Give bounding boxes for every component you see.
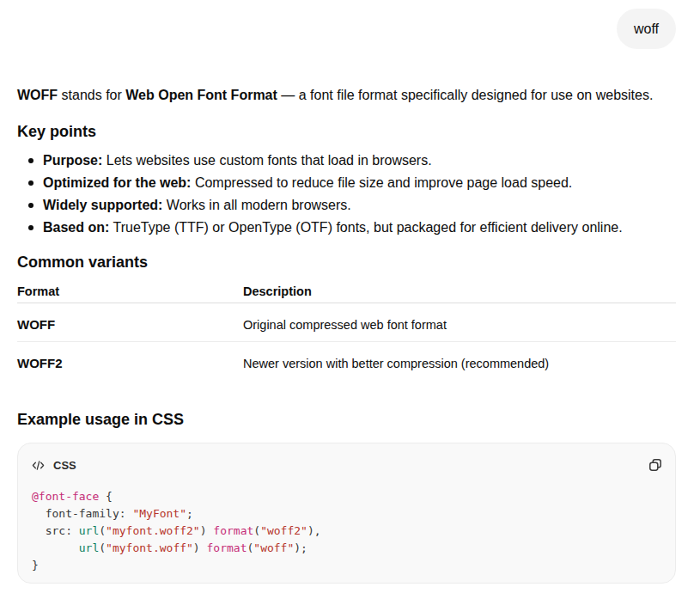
table-header-row: Format Description: [17, 284, 676, 303]
variants-table: Format Description WOFF Original compres…: [17, 284, 676, 380]
key-points-list: Purpose: Lets websites use custom fonts …: [17, 150, 676, 239]
list-item-text: Compressed to reduce file size and impro…: [191, 175, 572, 190]
list-item-label: Purpose:: [43, 153, 102, 168]
table-row: WOFF Original compressed web font format: [17, 303, 676, 342]
code-line: }: [32, 557, 661, 574]
table-row: WOFF2 Newer version with better compress…: [17, 342, 676, 381]
intro-bold-format: Web Open Font Format: [125, 88, 277, 102]
list-item-label: Optimized for the web:: [43, 175, 191, 190]
list-item-text: TrueType (TTF) or OpenType (OTF) fonts, …: [109, 220, 622, 235]
copy-button[interactable]: [648, 457, 663, 473]
column-header-format: Format: [17, 284, 243, 303]
code-block: CSS @font-face { font-family: "MyFont"; …: [17, 443, 676, 584]
code-content: @font-face { font-family: "MyFont"; src:…: [18, 480, 675, 583]
code-block-header: CSS: [18, 443, 675, 480]
list-item-text: Lets websites use custom fonts that load…: [102, 153, 431, 168]
example-heading: Example usage in CSS: [17, 410, 676, 429]
intro-bold-woff: WOFF: [17, 88, 58, 102]
intro-text-1: stands for: [58, 88, 125, 102]
intro-text-2: — a font file format specifically design…: [277, 88, 654, 102]
cell-format: WOFF2: [17, 342, 243, 381]
code-language-label: CSS: [53, 459, 76, 472]
code-icon: [32, 460, 45, 471]
list-item: Widely supported: Works in all modern br…: [17, 194, 676, 217]
cell-description: Original compressed web font format: [243, 303, 676, 342]
code-line: src: url("myfont.woff2") format("woff2")…: [32, 523, 661, 540]
intro-paragraph: WOFF stands for Web Open Font Format — a…: [17, 85, 676, 106]
copy-icon: [648, 457, 663, 473]
chat-page: woff WOFF stands for Web Open Font Forma…: [0, 0, 700, 584]
user-message-text: woff: [634, 21, 659, 36]
column-header-description: Description: [243, 284, 676, 303]
code-line: @font-face {: [32, 488, 661, 505]
list-item: Purpose: Lets websites use custom fonts …: [17, 150, 676, 172]
code-line: url("myfont.woff") format("woff");: [32, 540, 661, 557]
code-line: font-family: "MyFont";: [32, 505, 661, 523]
variants-heading: Common variants: [17, 253, 676, 272]
user-message-row: woff: [17, 9, 676, 49]
key-points-heading: Key points: [17, 122, 676, 141]
list-item: Based on: TrueType (TTF) or OpenType (OT…: [17, 217, 676, 239]
list-item-text: Works in all modern browsers.: [162, 198, 350, 212]
list-item-label: Based on:: [43, 220, 109, 235]
list-item-label: Widely supported:: [43, 198, 162, 212]
cell-description: Newer version with better compression (r…: [243, 342, 676, 381]
list-item: Optimized for the web: Compressed to red…: [17, 172, 676, 194]
user-message-bubble: woff: [617, 9, 676, 49]
cell-format: WOFF: [17, 303, 243, 342]
